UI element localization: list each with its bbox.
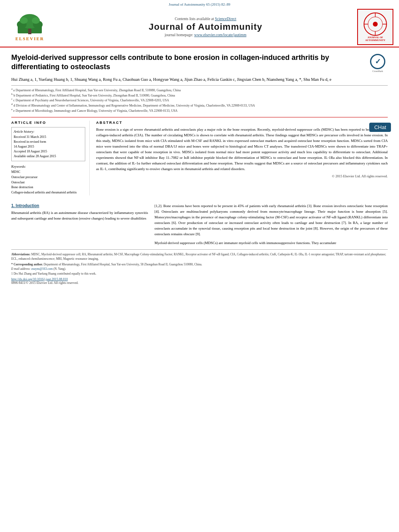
science-direct-link[interactable]: ScienceDirect	[215, 17, 236, 21]
svg-point-5	[20, 17, 28, 24]
authors-line: Hui Zhang a, 1, Yuefang Huang b, 1, Shua…	[11, 76, 388, 83]
elsevier-logo: ELSEVIER	[6, 13, 54, 41]
affiliation-d: d d Division of Rheumatology and Center …	[11, 103, 388, 108]
abstract-text: Bone erosion is a sign of severe rheumat…	[96, 127, 388, 172]
crossmark-icon: ✓	[375, 57, 381, 66]
homepage-line: journal homepage: www.elsevier.com/locat…	[54, 33, 357, 37]
keyword-2: Osteoclast	[11, 180, 85, 185]
journal-title-main: Journal of Autoimmunity	[54, 22, 357, 32]
keyword-4: Collagen-induced arthritis and rheumatoi…	[11, 190, 85, 195]
affiliation-c: c c Department of Psychiatry and Neurobe…	[11, 97, 388, 103]
autoimmunity-logo-inner: AUTOIMMUNITY JOURNAL OFAUTOIMMUNITY	[358, 10, 393, 44]
bottom-left-col: 1. Introduction Rheumatoid arthritis (RA…	[11, 203, 148, 246]
affiliation-e: e e Department of Microbiology, Immunolo…	[11, 108, 388, 113]
keyword-0: MDSC	[11, 170, 85, 175]
abbrev-title: Abbreviations:	[11, 253, 31, 256]
contents-line: Contents lists available at ScienceDirec…	[54, 17, 357, 21]
issn-line: 0896-8411/© 2015 Elsevier Ltd. All right…	[11, 281, 388, 285]
elsevier-label-text: ELSEVIER	[15, 36, 44, 41]
received-date: Received 31 March 2015	[14, 135, 83, 140]
email-line: E-mail address: zsuyns@163.com (N. Yang)…	[11, 267, 388, 271]
two-col-divider	[11, 117, 388, 117]
col-right: ABSTRACT Bone erosion is a sign of sever…	[96, 121, 388, 195]
corresponding-text: * Corresponding author. Department of Rh…	[11, 262, 388, 267]
crossmark-logo: ✓ CrossMark	[368, 53, 388, 73]
autoimmunity-logo: AUTOIMMUNITY JOURNAL OFAUTOIMMUNITY	[357, 9, 393, 45]
journal-header: Journal of Autoimmunity 65 (2015) 82–89 …	[0, 0, 399, 47]
col-left: ARTICLE INFO Article history: Received 3…	[11, 121, 90, 195]
journal-top-bar: Journal of Autoimmunity 65 (2015) 82–89	[0, 2, 399, 7]
svg-point-9	[373, 22, 378, 27]
affiliation-a: a a Department of Rheumatology, First Af…	[11, 87, 388, 92]
bottom-two-col: 1. Introduction Rheumatoid arthritis (RA…	[11, 203, 388, 246]
doi-line[interactable]: http://dx.doi.org/10.1016/j.jaut.2015.08…	[11, 277, 388, 281]
crossmark-circle: ✓	[370, 54, 385, 69]
intro-left-text: Rheumatoid arthritis (RA) is an autoimmu…	[11, 210, 148, 222]
journal-logo-row: ELSEVIER Contents lists available at Sci…	[0, 7, 399, 47]
two-col-layout: ARTICLE INFO Article history: Received 3…	[11, 121, 388, 195]
intro-right-text-1: [1,2]. Bone erosions have been reported …	[154, 203, 388, 237]
keywords-title: Keywords:	[11, 164, 85, 168]
accepted-date: Accepted 18 August 2015	[14, 149, 83, 154]
article-info-title: ARTICLE INFO	[11, 121, 85, 125]
journal-center: Contents lists available at ScienceDirec…	[54, 17, 357, 37]
email-link[interactable]: zsuyns@163.com	[31, 267, 53, 271]
corresponding-title: * Corresponding author.	[11, 263, 43, 266]
article-title-row: Myeloid-derived suppressor cells contrib…	[11, 53, 388, 73]
auto-logo-text: JOURNAL OFAUTOIMMUNITY	[365, 36, 385, 42]
footnote-area: Abbreviations: MDSC, Myeloid-derived sup…	[11, 249, 388, 276]
available-date: Available online 28 August 2015	[14, 154, 83, 159]
copyright-line: © 2015 Elsevier Ltd. All rights reserved…	[96, 174, 388, 178]
keyword-1: Osteoclast precursor	[11, 175, 85, 180]
journal-citation: Journal of Autoimmunity 65 (2015) 82–89	[169, 2, 230, 6]
intro-heading: 1. Introduction	[11, 203, 148, 208]
footer-bottom: http://dx.doi.org/10.1016/j.jaut.2015.08…	[0, 276, 399, 286]
email-label: E-mail address:	[11, 267, 31, 271]
intro-right-text-2: Myeloid-derived suppressor cells (MDSCs)…	[154, 240, 388, 246]
page-wrapper: Journal of Autoimmunity 65 (2015) 82–89 …	[0, 0, 399, 286]
bottom-section: 1. Introduction Rheumatoid arthritis (RA…	[0, 199, 399, 246]
crossmark-text: CrossMark	[372, 70, 383, 72]
chat-badge[interactable]: CHat	[369, 123, 391, 132]
article-info-box: Article history: Received 31 March 2015 …	[11, 127, 85, 161]
article-title: Myeloid-derived suppressor cells contrib…	[11, 53, 368, 72]
svg-point-6	[32, 17, 40, 24]
footnote1: 1 Drs Hui Zhang and Yuefang Huang contri…	[11, 271, 388, 276]
abstract-title: ABSTRACT	[96, 121, 388, 125]
history-title: Article history:	[14, 129, 83, 134]
elsevier-tree-icon	[14, 13, 46, 35]
svg-rect-4	[28, 29, 31, 34]
homepage-url[interactable]: www.elsevier.com/locate/jautimm	[194, 33, 247, 37]
autoimmunity-logo-icon: AUTOIMMUNITY	[363, 12, 387, 36]
received-revised-label: Received in revised form	[14, 140, 83, 144]
bottom-right-col: [1,2]. Bone erosions have been reported …	[154, 203, 388, 246]
abbrev-text: Abbreviations: MDSC, Myeloid-derived sup…	[11, 252, 388, 261]
affiliation-b: b b Department of Pediatrics, First Affi…	[11, 92, 388, 98]
revised-date: 14 August 2015	[14, 144, 83, 149]
keywords-section: Keywords: MDSC Osteoclast precursor Oste…	[11, 164, 85, 195]
affiliation-block: a a Department of Rheumatology, First Af…	[11, 85, 388, 113]
article-container: Myeloid-derived suppressor cells contrib…	[0, 47, 399, 199]
keyword-3: Bone destruction	[11, 185, 85, 190]
